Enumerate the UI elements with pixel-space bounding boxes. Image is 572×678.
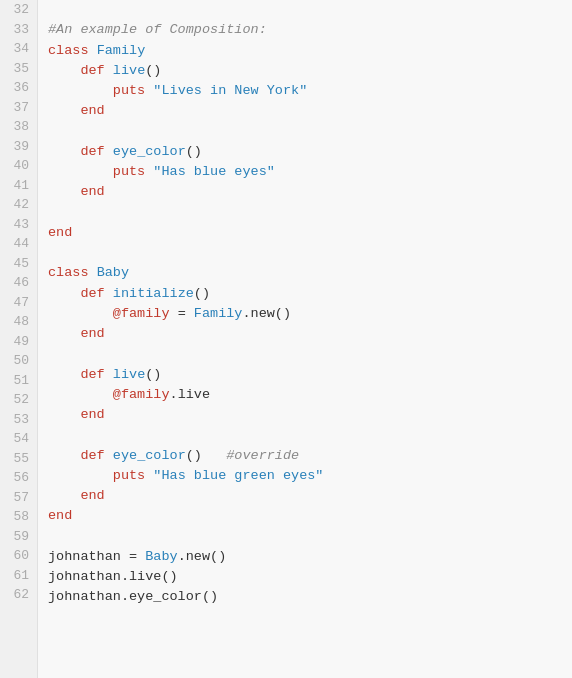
line-number: 59 <box>8 527 29 547</box>
code-line: johnathan.eye_color() <box>48 587 572 607</box>
line-number: 48 <box>8 312 29 332</box>
line-number: 51 <box>8 371 29 391</box>
line-number: 56 <box>8 468 29 488</box>
code-line: end <box>48 506 572 526</box>
line-number: 37 <box>8 98 29 118</box>
code-lines: #An example of Composition:class Family … <box>38 0 572 678</box>
code-line: end <box>48 486 572 506</box>
line-number-column: 3233343536373839404142434445464748495051… <box>0 0 38 678</box>
line-number: 57 <box>8 488 29 508</box>
code-line: #An example of Composition: <box>48 20 572 40</box>
code-line <box>48 608 572 628</box>
line-number: 53 <box>8 410 29 430</box>
code-line: end <box>48 101 572 121</box>
line-number: 36 <box>8 78 29 98</box>
code-line <box>48 425 572 445</box>
code-line: class Family <box>48 41 572 61</box>
line-number: 34 <box>8 39 29 59</box>
line-number: 47 <box>8 293 29 313</box>
line-number: 49 <box>8 332 29 352</box>
line-number: 61 <box>8 566 29 586</box>
code-line <box>48 527 572 547</box>
line-number: 35 <box>8 59 29 79</box>
code-line: johnathan = Baby.new() <box>48 547 572 567</box>
line-number: 38 <box>8 117 29 137</box>
line-number: 55 <box>8 449 29 469</box>
code-line: end <box>48 324 572 344</box>
code-line: @family = Family.new() <box>48 304 572 324</box>
line-number: 50 <box>8 351 29 371</box>
code-line <box>48 122 572 142</box>
line-number: 41 <box>8 176 29 196</box>
line-number: 32 <box>8 0 29 20</box>
code-line <box>48 344 572 364</box>
code-line: def live() <box>48 61 572 81</box>
line-number: 33 <box>8 20 29 40</box>
line-number: 52 <box>8 390 29 410</box>
code-line: def eye_color() <box>48 142 572 162</box>
code-line: johnathan.live() <box>48 567 572 587</box>
line-number: 62 <box>8 585 29 605</box>
line-number: 44 <box>8 234 29 254</box>
line-number: 43 <box>8 215 29 235</box>
code-line: def eye_color() #override <box>48 446 572 466</box>
code-line: @family.live <box>48 385 572 405</box>
code-line <box>48 203 572 223</box>
code-line: end <box>48 223 572 243</box>
code-line: def initialize() <box>48 284 572 304</box>
line-number: 60 <box>8 546 29 566</box>
line-number: 40 <box>8 156 29 176</box>
code-line: end <box>48 182 572 202</box>
line-number: 58 <box>8 507 29 527</box>
line-number: 54 <box>8 429 29 449</box>
code-line <box>48 243 572 263</box>
code-line: def live() <box>48 365 572 385</box>
line-number: 42 <box>8 195 29 215</box>
code-line: class Baby <box>48 263 572 283</box>
line-number: 39 <box>8 137 29 157</box>
code-editor: 3233343536373839404142434445464748495051… <box>0 0 572 678</box>
code-line: puts "Has blue eyes" <box>48 162 572 182</box>
code-line: end <box>48 405 572 425</box>
code-line <box>48 0 572 20</box>
code-line: puts "Lives in New York" <box>48 81 572 101</box>
line-number: 45 <box>8 254 29 274</box>
line-number: 46 <box>8 273 29 293</box>
code-line: puts "Has blue green eyes" <box>48 466 572 486</box>
